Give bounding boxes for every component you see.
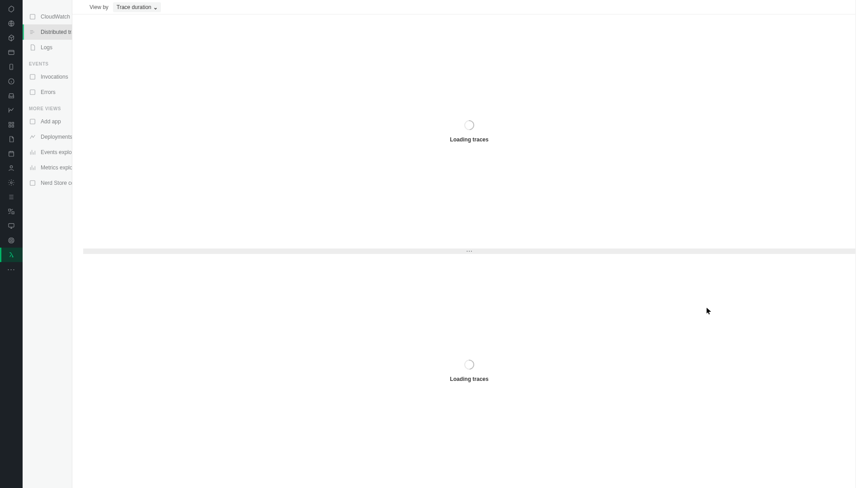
loading-text: Loading traces: [450, 376, 488, 382]
svg-rect-8: [9, 151, 14, 156]
rail-info-icon[interactable]: [0, 74, 23, 89]
rail-cube-icon[interactable]: [0, 31, 23, 45]
rail-mobile-icon[interactable]: [0, 60, 23, 74]
spinner-icon: [462, 118, 476, 132]
sidebar-item-cloudwatch[interactable]: CloudWatch metric streams: [23, 9, 72, 24]
sidebar-item-errors[interactable]: Errors: [23, 84, 72, 100]
rail-doc-icon[interactable]: [0, 132, 23, 146]
tracing-icon: [29, 28, 36, 36]
sidebar-item-invocations[interactable]: Invocations: [23, 69, 72, 84]
rail-list-icon[interactable]: [0, 190, 23, 204]
svg-rect-13: [9, 224, 14, 227]
rail-calendar-icon[interactable]: [0, 146, 23, 161]
sidebar-item-label: Metrics explorer: [41, 164, 72, 171]
panel-icon: [29, 73, 36, 80]
sidebar-item-label: Deployments: [41, 134, 72, 140]
rail-radar-icon[interactable]: [0, 233, 23, 248]
rail-monitor-icon[interactable]: [0, 219, 23, 233]
svg-rect-17: [30, 14, 35, 19]
svg-rect-5: [12, 122, 14, 124]
svg-rect-19: [30, 90, 35, 95]
sidebar-item-label: Events explorer: [41, 149, 72, 155]
svg-point-9: [10, 166, 12, 168]
rail-grid-icon[interactable]: [0, 117, 23, 132]
svg-rect-20: [30, 119, 35, 124]
dropdown-value: Trace duration: [117, 4, 151, 10]
svg-rect-11: [9, 209, 11, 211]
svg-point-14: [9, 238, 14, 243]
side-section-events: EVENTS: [23, 55, 72, 69]
icon-rail: ···: [0, 0, 23, 488]
sidebar-item-label: Errors: [41, 89, 56, 95]
rail-shuffle-icon[interactable]: [0, 204, 23, 219]
panel-icon: [29, 13, 36, 20]
svg-point-16: [11, 240, 11, 240]
rail-user-icon[interactable]: [0, 161, 23, 175]
rail-gear-icon[interactable]: [0, 175, 23, 190]
svg-rect-7: [12, 125, 14, 127]
svg-rect-6: [9, 125, 11, 127]
doc-icon: [29, 44, 36, 51]
svg-point-15: [10, 239, 13, 242]
sidebar-item-distributed[interactable]: Distributed tracing: [23, 24, 72, 40]
rail-inbox-icon[interactable]: [0, 89, 23, 103]
spinner-icon: [462, 358, 476, 372]
rail-globe-icon[interactable]: [0, 16, 23, 31]
panel-icon: [29, 118, 36, 125]
svg-rect-18: [30, 75, 35, 80]
side-panel: CloudWatch metric streams Distributed tr…: [23, 0, 72, 488]
svg-rect-4: [9, 122, 11, 124]
sidebar-item-label: Logs: [41, 44, 52, 51]
bars-icon: [29, 149, 36, 156]
side-section-more: MORE VIEWS: [23, 100, 72, 114]
sidebar-item-metrics-explorer[interactable]: Metrics explorer: [23, 160, 72, 175]
sidebar-item-deployments[interactable]: Deployments: [23, 129, 72, 145]
loading-indicator: Loading traces: [450, 120, 488, 143]
rail-hex-icon[interactable]: [0, 2, 23, 16]
svg-rect-1: [9, 50, 14, 54]
view-by-label: View by: [90, 4, 108, 10]
sidebar-item-label: Add app: [41, 118, 61, 125]
toolbar: View by Trace duration: [72, 0, 855, 14]
main-content: View by Trace duration Loading traces ⋯ …: [72, 0, 855, 488]
svg-rect-21: [30, 181, 35, 186]
rail-chart-icon[interactable]: [0, 103, 23, 117]
sidebar-item-addapp[interactable]: Add app: [23, 114, 72, 129]
sidebar-item-label: CloudWatch metric streams: [41, 14, 72, 20]
sidebar-item-label: Distributed tracing: [41, 29, 72, 35]
sidebar-item-label: Invocations: [41, 74, 68, 80]
sidebar-item-label: Nerd Store collection browser: [41, 180, 72, 186]
svg-point-10: [10, 182, 12, 183]
bars-icon: [29, 164, 36, 171]
rail-lambda-icon[interactable]: [0, 248, 23, 262]
view-by-dropdown[interactable]: Trace duration: [113, 2, 161, 12]
right-gutter: [855, 0, 868, 488]
segments-icon: [29, 133, 36, 141]
sidebar-item-nerdstore[interactable]: Nerd Store collection browser: [23, 175, 72, 191]
panel-splitter[interactable]: ⋯: [83, 249, 855, 254]
traces-panel-bottom: Loading traces: [83, 254, 855, 488]
panel-icon: [29, 179, 36, 187]
panels-container: Loading traces ⋯ Loading traces: [83, 14, 855, 488]
panel-icon: [29, 89, 36, 96]
loading-indicator: Loading traces: [450, 360, 488, 382]
rail-more-icon[interactable]: ···: [0, 262, 23, 277]
sidebar-item-logs[interactable]: Logs: [23, 40, 72, 55]
traces-panel-top: Loading traces: [83, 14, 855, 249]
rail-window-icon[interactable]: [0, 45, 23, 60]
chevron-down-icon: [154, 5, 157, 9]
sidebar-item-events-explorer[interactable]: Events explorer: [23, 145, 72, 160]
svg-rect-12: [12, 212, 14, 214]
loading-text: Loading traces: [450, 136, 488, 143]
